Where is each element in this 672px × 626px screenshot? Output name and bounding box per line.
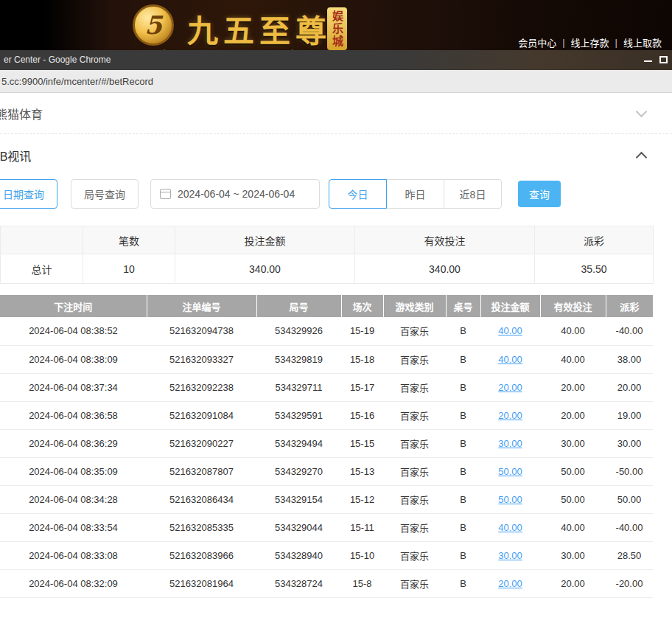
summary-header-count: 笔数 (83, 226, 175, 254)
cell-table-no: B (446, 513, 480, 541)
logo-number: 5 (144, 10, 162, 40)
cell-payout: 30.00 (606, 429, 653, 457)
cell-bet-time: 2024-06-04 08:38:52 (0, 317, 147, 345)
site-logo-text: 九五至尊 (187, 6, 332, 51)
table-row: 2024-06-04 08:35:09 521632087807 5343292… (0, 457, 653, 485)
bet-amount-link[interactable]: 30.00 (498, 550, 522, 561)
cell-table-no: B (446, 485, 480, 513)
last-8-days-button[interactable]: 近8日 (444, 179, 502, 209)
cell-bet-amount: 20.00 (480, 401, 540, 429)
date-range-value: 2024-06-04 ~ 2024-06-04 (178, 188, 295, 200)
cell-order-no: 521632086434 (147, 485, 256, 513)
cell-payout: -40.00 (606, 317, 653, 345)
bet-amount-link[interactable]: 40.00 (498, 522, 522, 533)
summary-total-valid-bet: 340.00 (355, 254, 535, 284)
cell-order-no: 521632085335 (147, 513, 256, 541)
cell-bet-time: 2024-06-04 08:35:09 (0, 457, 147, 485)
cell-order-no: 521632087807 (147, 457, 256, 485)
cell-table-no: B (446, 429, 480, 457)
cell-valid-bet: 20.00 (540, 569, 606, 597)
section-bb-video[interactable]: BB视讯 (0, 134, 672, 177)
bet-amount-link[interactable]: 40.00 (498, 325, 522, 336)
nav-deposit-link[interactable]: 线上存款 (571, 35, 609, 49)
round-query-button[interactable]: 局号查询 (71, 179, 139, 209)
date-range-input[interactable]: 2024-06-04 ~ 2024-06-04 (150, 179, 320, 209)
minimize-icon[interactable] (644, 60, 652, 62)
bet-amount-link[interactable]: 20.00 (498, 382, 522, 393)
cell-game-type: 百家乐 (383, 317, 446, 345)
quick-range-group: 今日 昨日 近8日 (329, 179, 502, 209)
summary-header-payout: 派彩 (535, 226, 654, 254)
cell-order-no: 521632091084 (147, 401, 256, 429)
chevron-down-icon[interactable] (636, 106, 648, 118)
cell-bet-time: 2024-06-04 08:36:29 (0, 429, 147, 457)
cell-valid-bet: 40.00 (540, 345, 606, 373)
header-payout: 派彩 (606, 295, 653, 317)
cell-valid-bet: 40.00 (540, 513, 606, 541)
cell-session: 15-8 (341, 569, 383, 597)
cell-bet-time: 2024-06-04 08:34:28 (0, 485, 147, 513)
cell-game-type: 百家乐 (383, 513, 446, 541)
cell-payout: -50.00 (606, 457, 653, 485)
cell-order-no: 521632093327 (147, 345, 256, 373)
cell-order-no: 521632081964 (147, 569, 256, 597)
cell-table-no: B (446, 401, 480, 429)
summary-total-bet-amount: 340.00 (175, 254, 355, 284)
bet-amount-link[interactable]: 50.00 (498, 466, 522, 477)
bet-amount-link[interactable]: 20.00 (498, 410, 522, 421)
date-query-button[interactable]: 日期查询 (0, 179, 57, 209)
yesterday-button[interactable]: 昨日 (386, 179, 444, 209)
summary-total-count: 10 (83, 254, 175, 284)
cell-payout: 50.00 (606, 485, 653, 513)
cell-bet-amount: 20.00 (480, 569, 540, 597)
cell-game-type: 百家乐 (383, 429, 446, 457)
search-button[interactable]: 查询 (518, 181, 561, 207)
cell-order-no: 521632090227 (147, 429, 256, 457)
browser-urlbar[interactable]: 5.cc:9900/infe/mcenter/#/betRecord (0, 70, 672, 93)
cell-round-no: 534328724 (256, 569, 341, 597)
nav-separator: | (615, 37, 617, 48)
header-order-no: 注单编号 (147, 295, 256, 317)
header-table-no: 桌号 (446, 295, 480, 317)
cell-bet-amount: 50.00 (480, 457, 540, 485)
section-bb-label: BB视讯 (0, 147, 31, 164)
header-round-no: 局号 (256, 295, 341, 317)
filter-bar: 日期查询 局号查询 2024-06-04 ~ 2024-06-04 今日 昨日 … (0, 178, 672, 209)
cell-round-no: 534329494 (256, 429, 341, 457)
cell-game-type: 百家乐 (383, 541, 446, 569)
nav-separator: | (562, 37, 564, 48)
browser-titlebar[interactable]: er Center - Google Chrome (0, 50, 672, 70)
section-panda-label: 熊猫体育 (0, 105, 43, 122)
nav-withdraw-link[interactable]: 线上取款 (623, 35, 662, 49)
cell-valid-bet: 30.00 (540, 541, 606, 569)
bet-amount-link[interactable]: 20.00 (498, 578, 522, 589)
header-session: 场次 (341, 295, 383, 317)
cell-game-type: 百家乐 (383, 485, 446, 513)
cell-round-no: 534329711 (256, 373, 341, 401)
cell-bet-time: 2024-06-04 08:38:09 (0, 345, 147, 373)
chevron-up-icon[interactable] (636, 152, 648, 164)
bet-amount-link[interactable]: 50.00 (498, 494, 522, 505)
logo-badge: 娱乐城 (327, 7, 347, 50)
cell-game-type: 百家乐 (383, 457, 446, 485)
cell-payout: 28.50 (606, 541, 653, 569)
header-valid-bet: 有效投注 (540, 295, 606, 317)
url-text: 5.cc:9900/infe/mcenter/#/betRecord (1, 70, 153, 93)
section-panda-sports[interactable]: 熊猫体育 (0, 93, 672, 134)
today-button[interactable]: 今日 (329, 179, 387, 209)
bet-amount-link[interactable]: 30.00 (498, 438, 522, 449)
maximize-icon[interactable] (659, 56, 668, 63)
cell-session: 15-16 (341, 401, 383, 429)
summary-table: 笔数 投注金额 有效投注 派彩 总计 10 340.00 340.00 35.5… (0, 226, 654, 284)
cell-table-no: B (446, 569, 480, 597)
summary-header-bet-amount: 投注金额 (175, 226, 355, 254)
cell-payout: 20.00 (606, 373, 653, 401)
cell-payout: -40.00 (606, 513, 653, 541)
cell-session: 15-12 (341, 485, 383, 513)
summary-total-label: 总计 (1, 254, 83, 284)
cell-game-type: 百家乐 (383, 401, 446, 429)
header-game-type: 游戏类别 (383, 295, 446, 317)
cell-round-no: 534329591 (256, 401, 341, 429)
nav-member-center-link[interactable]: 会员中心 (518, 35, 556, 49)
bet-amount-link[interactable]: 40.00 (498, 354, 522, 365)
